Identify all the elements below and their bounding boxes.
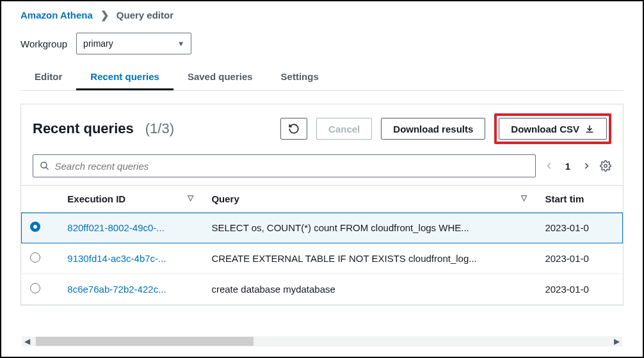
svg-point-1: [604, 165, 608, 168]
execution-id-link[interactable]: 820ff021-8002-49c0-...: [58, 213, 202, 243]
tabs: Editor Recent queries Saved queries Sett…: [20, 65, 624, 91]
download-csv-button[interactable]: Download CSV: [499, 118, 607, 140]
download-csv-highlight: Download CSV: [494, 113, 611, 144]
page-number: 1: [565, 161, 570, 172]
tab-saved-queries[interactable]: Saved queries: [173, 65, 267, 90]
filter-icon: ▽: [521, 193, 527, 202]
svg-point-0: [41, 162, 47, 168]
settings-gear-button[interactable]: [600, 160, 611, 172]
row-radio[interactable]: [30, 252, 40, 263]
search-input[interactable]: [55, 161, 529, 172]
start-time: 2023-01-0: [536, 213, 623, 243]
panel-count: (1/3): [145, 120, 174, 137]
filter-icon: ▽: [188, 193, 193, 202]
tab-editor[interactable]: Editor: [20, 65, 76, 90]
scroll-left-arrow[interactable]: ◀: [24, 337, 30, 346]
table-row[interactable]: 820ff021-8002-49c0-... SELECT os, COUNT(…: [21, 213, 623, 243]
chevron-right-icon: ❯: [101, 9, 109, 21]
workgroup-value: primary: [83, 38, 113, 49]
chevron-right-icon: [582, 161, 591, 170]
row-radio[interactable]: [30, 283, 40, 293]
cancel-button: Cancel: [316, 118, 372, 140]
scroll-right-arrow[interactable]: ▶: [614, 337, 620, 346]
chevron-left-icon: [545, 161, 554, 170]
execution-id-link[interactable]: 9130fd14-ac3c-4b7c-...: [58, 243, 202, 274]
table-row[interactable]: 8c6e76ab-72b2-422c... create database my…: [21, 274, 623, 305]
tab-recent-queries[interactable]: Recent queries: [76, 65, 173, 90]
recent-queries-panel: Recent queries (1/3) Cancel Download res…: [20, 104, 624, 305]
search-input-wrapper[interactable]: [33, 154, 536, 177]
tab-settings[interactable]: Settings: [267, 65, 333, 90]
download-results-button[interactable]: Download results: [381, 118, 485, 140]
start-time: 2023-01-0: [536, 274, 623, 305]
breadcrumb: Amazon Athena ❯ Query editor: [20, 9, 624, 21]
workgroup-label: Workgroup: [20, 38, 67, 49]
page-prev: [545, 161, 554, 170]
query-text: create database mydatabase: [202, 274, 536, 305]
gear-icon: [600, 160, 611, 172]
row-radio[interactable]: [30, 222, 40, 232]
query-text: SELECT os, COUNT(*) count FROM cloudfron…: [202, 213, 536, 243]
panel-title: Recent queries: [33, 120, 134, 137]
recent-queries-table: Execution ID▽ Query▽ Start tim 820ff021-…: [21, 185, 623, 305]
download-icon: [584, 124, 595, 134]
horizontal-scrollbar[interactable]: ◀ ▶: [22, 336, 622, 346]
table-row[interactable]: 9130fd14-ac3c-4b7c-... CREATE EXTERNAL T…: [21, 243, 623, 274]
col-query[interactable]: Query▽: [202, 186, 536, 213]
search-icon: [40, 161, 50, 171]
workgroup-select[interactable]: primary ▼: [76, 33, 191, 54]
pagination: 1: [545, 161, 591, 172]
query-text: CREATE EXTERNAL TABLE IF NOT EXISTS clou…: [202, 243, 536, 274]
breadcrumb-root-link[interactable]: Amazon Athena: [20, 10, 93, 20]
download-csv-label: Download CSV: [511, 124, 579, 134]
breadcrumb-current: Query editor: [117, 10, 173, 20]
col-start-time[interactable]: Start tim: [536, 186, 623, 213]
page-next[interactable]: [582, 161, 591, 170]
refresh-icon: [288, 123, 300, 134]
caret-down-icon: ▼: [177, 40, 184, 47]
scrollbar-thumb[interactable]: [36, 337, 254, 346]
col-execution-id[interactable]: Execution ID▽: [58, 186, 202, 213]
execution-id-link[interactable]: 8c6e76ab-72b2-422c...: [58, 274, 202, 305]
refresh-button[interactable]: [280, 118, 307, 140]
start-time: 2023-01-0: [536, 243, 623, 274]
